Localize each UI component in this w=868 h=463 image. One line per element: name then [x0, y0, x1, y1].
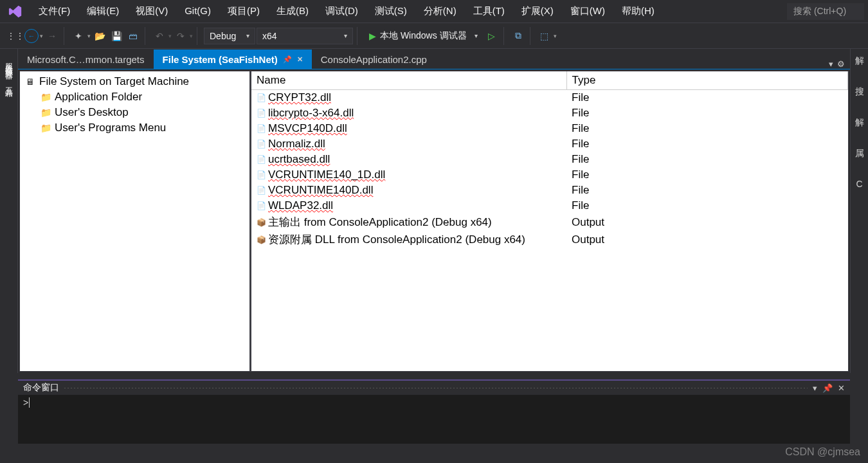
- file-icon: 📄: [257, 170, 266, 179]
- tab-label: ConsoleApplication2.cpp: [321, 54, 427, 65]
- grip-icon: ⋮⋮: [8, 28, 23, 44]
- new-item-button[interactable]: ✦: [71, 28, 86, 44]
- play-icon: ▶: [369, 31, 376, 41]
- right-sidebar-tab[interactable]: 解: [855, 55, 864, 67]
- tabs-dropdown-icon[interactable]: ▾: [829, 59, 833, 69]
- machine-icon: 🖥: [25, 77, 35, 87]
- pin-icon[interactable]: 📌: [822, 383, 833, 393]
- file-type: File: [566, 198, 848, 213]
- dropdown-icon[interactable]: ▾: [190, 33, 193, 39]
- table-row[interactable]: 📄CRYPT32.dllFile: [251, 90, 848, 106]
- file-icon: 📦: [257, 218, 266, 227]
- menu-5[interactable]: 生成(B): [269, 3, 316, 20]
- open-button[interactable]: 📂: [92, 28, 107, 44]
- file-table: Name Type 📄CRYPT32.dllFile📄libcrypto-3-x…: [251, 71, 848, 248]
- folder-icon: 📁: [41, 123, 51, 133]
- tree-folder[interactable]: 📁Application Folder: [21, 89, 248, 105]
- dropdown-icon[interactable]: ▾: [554, 33, 557, 39]
- menu-11[interactable]: 窗口(W): [563, 3, 613, 20]
- table-row[interactable]: 📄VCRUNTIME140_1D.dllFile: [251, 167, 848, 183]
- file-icon: 📄: [257, 186, 266, 195]
- save-all-button[interactable]: 🗃: [125, 28, 141, 44]
- file-name: VCRUNTIME140_1D.dll: [268, 168, 385, 181]
- tree-root[interactable]: 🖥 File System on Target Machine: [21, 74, 248, 89]
- tabs-gear-icon[interactable]: ⚙: [837, 59, 845, 69]
- search-input[interactable]: 搜索 (Ctrl+Q): [787, 3, 864, 20]
- close-icon[interactable]: ✕: [297, 55, 303, 64]
- menu-0[interactable]: 文件(F): [31, 3, 78, 20]
- table-row[interactable]: 📄ucrtbased.dllFile: [251, 152, 848, 167]
- table-row[interactable]: 📄VCRUNTIME140D.dllFile: [251, 183, 848, 198]
- right-sidebar-tab[interactable]: C: [856, 179, 862, 189]
- menu-8[interactable]: 分析(N): [416, 3, 464, 20]
- file-name: VCRUNTIME140D.dll: [268, 184, 373, 197]
- close-icon[interactable]: ✕: [838, 383, 845, 393]
- tab-label: Microsoft.C…mmon.targets: [27, 54, 145, 65]
- redo-button[interactable]: ↷: [173, 28, 188, 44]
- file-name: 资源附属 DLL from ConsoleApplication2 (Debug…: [268, 232, 525, 247]
- right-sidebar-tab[interactable]: 解: [855, 117, 864, 129]
- start-without-debug-button[interactable]: ▷: [484, 28, 500, 44]
- menu-3[interactable]: Git(G): [177, 3, 219, 20]
- tab-label: File System (SeaFishNet): [163, 54, 278, 65]
- table-row[interactable]: 📦资源附属 DLL from ConsoleApplication2 (Debu…: [251, 231, 848, 248]
- file-name: libcrypto-3-x64.dll: [268, 107, 354, 120]
- col-name[interactable]: Name: [251, 71, 566, 90]
- browser-icon[interactable]: ⧉: [511, 28, 526, 44]
- file-type: File: [566, 167, 848, 183]
- file-icon: 📄: [257, 201, 266, 210]
- left-sidebar: 服务器资源管理器 工具箱: [0, 49, 18, 373]
- table-row[interactable]: 📄Normaliz.dllFile: [251, 136, 848, 152]
- menu-10[interactable]: 扩展(X): [514, 3, 561, 20]
- command-window-header: 命令窗口 ▾ 📌 ✕: [18, 381, 850, 395]
- layout-icon[interactable]: ⬚: [537, 28, 552, 44]
- table-row[interactable]: 📄WLDAP32.dllFile: [251, 198, 848, 213]
- table-row[interactable]: 📄MSVCP140D.dllFile: [251, 121, 848, 136]
- menu-4[interactable]: 项目(P): [220, 3, 267, 20]
- command-window-body[interactable]: >: [18, 395, 850, 410]
- file-type: File: [566, 90, 848, 106]
- pin-icon[interactable]: 📌: [283, 55, 292, 64]
- dropdown-icon[interactable]: ▾: [87, 33, 91, 39]
- menu-1[interactable]: 编辑(E): [79, 3, 127, 20]
- right-sidebar-tab[interactable]: 属: [855, 148, 864, 159]
- document-tab[interactable]: ConsoleApplication2.cpp: [312, 50, 436, 69]
- document-tab[interactable]: File System (SeaFishNet)📌✕: [154, 50, 312, 69]
- file-name: Normaliz.dll: [268, 138, 325, 150]
- file-type: Output: [566, 231, 848, 248]
- file-name: 主输出 from ConsoleApplication2 (Debug x64): [268, 215, 492, 230]
- menu-2[interactable]: 视图(V): [128, 3, 176, 20]
- nav-back-button[interactable]: ←: [24, 29, 39, 43]
- document-tab[interactable]: Microsoft.C…mmon.targets: [18, 50, 154, 69]
- table-row[interactable]: 📦主输出 from ConsoleApplication2 (Debug x64…: [251, 213, 848, 231]
- menu-9[interactable]: 工具(T): [466, 3, 512, 20]
- content-wrap: Microsoft.C…mmon.targetsFile System (Sea…: [18, 49, 850, 373]
- start-debug-button[interactable]: ▶ 本地 Windows 调试器 ▾: [364, 29, 483, 43]
- file-icon: 📄: [257, 140, 266, 149]
- sidebar-tab-toolbox[interactable]: 工具箱: [2, 78, 15, 87]
- folder-icon: 📁: [41, 107, 51, 118]
- menu-7[interactable]: 测试(S): [367, 3, 415, 20]
- menu-6[interactable]: 调试(D): [318, 3, 366, 20]
- tree-folder[interactable]: 📁User's Desktop: [21, 105, 248, 120]
- sidebar-tab-server-explorer[interactable]: 服务器资源管理器: [2, 54, 15, 69]
- config-dropdown[interactable]: Debug▾: [204, 28, 255, 44]
- file-list-pane[interactable]: Name Type 📄CRYPT32.dllFile📄libcrypto-3-x…: [251, 71, 848, 371]
- dropdown-icon[interactable]: ▾: [40, 33, 43, 39]
- menu-items: 文件(F)编辑(E)视图(V)Git(G)项目(P)生成(B)调试(D)测试(S…: [31, 3, 787, 20]
- menu-12[interactable]: 帮助(H): [614, 3, 662, 20]
- tree-pane[interactable]: 🖥 File System on Target Machine 📁Applica…: [20, 71, 251, 371]
- document-tabs: Microsoft.C…mmon.targetsFile System (Sea…: [18, 49, 850, 69]
- vs-logo-icon: [6, 3, 24, 21]
- right-sidebar-tab[interactable]: 搜: [855, 86, 864, 98]
- panel-dropdown-icon[interactable]: ▾: [813, 383, 817, 393]
- panel-grip[interactable]: [64, 388, 808, 388]
- dropdown-icon[interactable]: ▾: [168, 33, 172, 39]
- nav-forward-button[interactable]: →: [44, 28, 60, 44]
- undo-button[interactable]: ↶: [152, 28, 167, 44]
- tree-folder[interactable]: 📁User's Programs Menu: [21, 120, 248, 136]
- save-button[interactable]: 💾: [109, 28, 124, 44]
- col-type[interactable]: Type: [566, 71, 848, 90]
- platform-dropdown[interactable]: x64▾: [257, 28, 353, 44]
- table-row[interactable]: 📄libcrypto-3-x64.dllFile: [251, 105, 848, 121]
